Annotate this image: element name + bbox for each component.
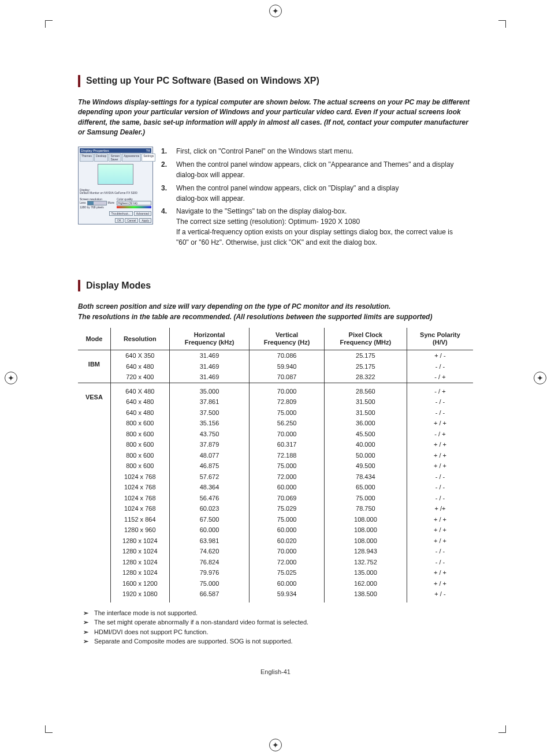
cell: 59.940	[250, 361, 325, 372]
cell: 800 x 600	[110, 450, 169, 461]
th-mode: Mode	[78, 328, 110, 350]
close-icon: ?X	[146, 149, 150, 152]
cell: 75.000	[169, 578, 250, 589]
cell: 45.500	[324, 429, 407, 440]
table-row: 1024 x 76857.67272.00078.434- / -	[78, 471, 473, 482]
cell: 60.023	[169, 503, 250, 514]
step-item: 3.When the control panel window appears,…	[161, 184, 473, 204]
cell: + /+	[407, 503, 473, 514]
cell: 72.188	[250, 450, 325, 461]
cell: 60.317	[250, 439, 325, 450]
tab-screensaver: Screen Saver	[109, 154, 121, 162]
step-body: First, click on "Control Panel" on the W…	[176, 147, 353, 156]
cell: 31.469	[169, 350, 250, 361]
monitor-preview-icon	[98, 164, 133, 185]
section-heading-pc-software: Setting up Your PC Software (Based on Wi…	[78, 75, 473, 87]
display-value: Default Monitor on NVIDIA GeForce FX 520…	[80, 192, 151, 195]
cell: 640 x 480	[110, 361, 169, 372]
cell: - / -	[407, 546, 473, 557]
step-line: If a vertical-frequency option exists on…	[176, 227, 453, 237]
cell-mode: VESA	[78, 383, 110, 602]
cell: 720 x 400	[110, 372, 169, 383]
cell: 128.943	[324, 546, 407, 557]
tab-desktop: Desktop	[94, 154, 108, 162]
display-modes-table: Mode Resolution HorizontalFrequency (kHz…	[78, 328, 473, 602]
cell: - / +	[407, 372, 473, 383]
apply-button: Apply	[139, 218, 151, 223]
cell: 132.752	[324, 557, 407, 568]
cell: 75.000	[250, 514, 325, 525]
cell: + / +	[407, 514, 473, 525]
cell: 50.000	[324, 450, 407, 461]
step-line: First, click on "Control Panel" on the W…	[176, 147, 353, 156]
cell: 66.587	[169, 589, 250, 602]
note-item: ➣Separate and Composite modes are suppor…	[78, 637, 473, 646]
cell: 75.025	[250, 567, 325, 578]
page-content: Setting up Your PC Software (Based on Wi…	[78, 75, 473, 646]
intro-line-2: The resolutions in the table are recomme…	[78, 312, 473, 322]
table-row: 1280 x 102463.98160.020108.000+ / +	[78, 536, 473, 547]
cell: 37.500	[169, 407, 250, 418]
cell: 1280 x 1024	[110, 567, 169, 578]
cell: 46.875	[169, 461, 250, 471]
cell: 1920 x 1080	[110, 589, 169, 602]
th-pclk: Pixel ClockFrequency (MHz)	[324, 328, 407, 350]
cell: + / +	[407, 567, 473, 578]
cell: 78.750	[324, 503, 407, 514]
table-row: 800 x 60048.07772.18850.000+ / +	[78, 450, 473, 461]
cell: 25.175	[324, 350, 407, 361]
cell: 640 x 480	[110, 396, 169, 407]
cell: 75.000	[324, 493, 407, 504]
step-line: When the control panel window appears, c…	[176, 184, 399, 193]
cell: 1024 x 768	[110, 493, 169, 504]
cell: 31.469	[169, 361, 250, 372]
cell: 800 x 600	[110, 418, 169, 429]
cell: 43.750	[169, 429, 250, 440]
cell: 72.000	[250, 471, 325, 482]
resolution-slider	[87, 201, 107, 205]
cell: 76.824	[169, 557, 250, 568]
cell: - / -	[407, 557, 473, 568]
cell: 800 x 600	[110, 461, 169, 471]
cell: 1024 x 768	[110, 503, 169, 514]
note-text: The interface mode is not supported.	[94, 608, 198, 618]
cell: 28.560	[324, 383, 407, 396]
table-row: IBM640 X 35031.46970.08625.175+ / -	[78, 350, 473, 361]
dialog-tabs: Themes Desktop Screen Saver Appearance S…	[80, 154, 151, 162]
cell: 1024 x 768	[110, 482, 169, 493]
less-label: Less	[80, 201, 86, 205]
color-quality-value: Highest (32 bit)	[117, 201, 151, 205]
more-label: More	[108, 201, 114, 205]
cell: 75.029	[250, 503, 325, 514]
cell: 135.000	[324, 567, 407, 578]
cell: 49.500	[324, 461, 407, 471]
th-sync: Sync Polarity(H/V)	[407, 328, 473, 350]
table-row: 1280 x 102474.62070.000128.943- / -	[78, 546, 473, 557]
cell: 36.000	[324, 418, 407, 429]
cell: 1280 x 960	[110, 525, 169, 536]
table-row: 800 x 60046.87575.00049.500+ / +	[78, 461, 473, 471]
step-line: "60" or "60 Hz". Otherwise, just click "…	[176, 238, 453, 248]
cell: - / -	[407, 407, 473, 418]
step-item: 1.First, click on "Control Panel" on the…	[161, 147, 473, 156]
cell: 640 x 480	[110, 407, 169, 418]
cell: 48.077	[169, 450, 250, 461]
table-row: 1024 x 76848.36460.00065.000- / -	[78, 482, 473, 493]
th-vfreq: VerticalFrequency (Hz)	[250, 328, 325, 350]
cell: 70.086	[250, 350, 325, 361]
resolution-value: 1280 by 768 pixels	[80, 205, 104, 209]
intro-line-1: Both screen position and size will vary …	[78, 302, 473, 312]
arrow-icon: ➣	[78, 617, 88, 627]
cell: 108.000	[324, 514, 407, 525]
table-row: 640 x 48031.46959.94025.175- / -	[78, 361, 473, 372]
step-item: 2.When the control panel window appears,…	[161, 160, 473, 180]
table-row: 720 x 40031.46970.08728.322- / +	[78, 372, 473, 383]
step-number: 1.	[161, 147, 170, 156]
cell: 800 x 600	[110, 429, 169, 440]
ok-button: OK	[115, 218, 124, 223]
cell: + / +	[407, 418, 473, 429]
step-number: 4.	[161, 207, 170, 247]
cell: 59.934	[250, 589, 325, 602]
cell: + / +	[407, 439, 473, 450]
cell: 70.000	[250, 429, 325, 440]
